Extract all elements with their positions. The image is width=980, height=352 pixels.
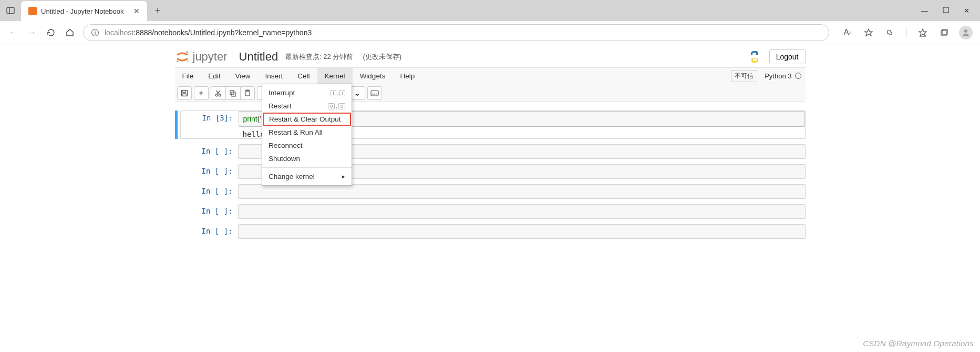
code-cell[interactable]: In [ ]: [175,204,806,219]
svg-rect-14 [183,90,185,92]
favorite-icon[interactable] [863,27,874,38]
close-icon[interactable]: ✕ [964,7,969,15]
menu-restart[interactable]: Restart 0,0 [262,99,352,113]
cell-prompt: In [ ]: [180,144,238,159]
svg-point-12 [187,61,188,62]
separator [906,27,906,38]
refresh-button[interactable] [45,27,57,38]
menu-reconnect[interactable]: Reconnect [262,139,352,152]
svg-rect-27 [376,94,377,95]
svg-line-19 [216,90,220,94]
save-button[interactable] [177,86,192,100]
tab-panel-button[interactable] [0,0,21,21]
site-info-icon[interactable] [91,28,99,37]
trust-indicator[interactable]: 不可信 [731,70,757,82]
minimize-icon[interactable]: — [921,7,928,15]
svg-rect-15 [183,94,186,96]
menu-widgets[interactable]: Widgets [353,68,393,84]
tab-close-icon[interactable]: ✕ [133,7,140,15]
menu-restart-clear-output[interactable]: Restart & Clear Output [263,113,351,126]
jupyter-logo[interactable]: jupyter [175,49,228,64]
svg-point-4 [95,31,96,32]
menu-view[interactable]: View [228,68,258,84]
menu-file[interactable]: File [175,68,201,84]
python-logo-icon [747,49,762,64]
cell-prompt: In [ ]: [180,164,238,179]
menu-shutdown[interactable]: Shutdown [262,152,352,165]
jupyter-favicon-icon [28,7,37,15]
browser-tab-strip: Untitled - Jupyter Notebook ✕ + — ✕ [0,0,980,21]
cell-input[interactable] [238,184,806,199]
menu-edit[interactable]: Edit [201,68,228,84]
home-button[interactable] [64,27,76,38]
code-cell[interactable]: In [ ]: [175,184,806,199]
menu-cell[interactable]: Cell [290,68,317,84]
menu-label: Restart [269,102,292,110]
new-tab-button[interactable]: + [147,5,168,16]
chevron-down-icon: ⌄ [354,88,360,98]
svg-rect-24 [371,90,378,96]
maximize-icon[interactable] [943,7,949,15]
notebook-title[interactable]: Untitled [239,50,278,64]
cell-prompt: In [ ]: [180,184,238,199]
unsaved-text: (更改未保存) [363,52,401,62]
svg-rect-2 [943,7,948,13]
svg-point-17 [219,94,221,96]
shortcut: 0,0 [328,103,345,109]
back-button[interactable]: ← [7,27,19,38]
menu-label: Restart & Run All [269,128,323,136]
collections-icon[interactable] [938,27,950,38]
menu-interrupt[interactable]: Interrupt I,I [262,86,352,99]
cell-input[interactable] [238,224,806,239]
notebook-header: jupyter Untitled 最新检查点: 22 分钟前 (更改未保存) L… [175,44,806,67]
menu-restart-run-all[interactable]: Restart & Run All [262,126,352,139]
kernel-dropdown-menu: Interrupt I,I Restart 0,0 Restart & Clea… [262,84,352,186]
watermark: CSDN @Raymond Operations [863,339,974,348]
kernel-indicator[interactable]: Python 3 [765,72,801,80]
svg-point-9 [964,29,967,33]
copy-button[interactable] [225,86,240,100]
browser-tab[interactable]: Untitled - Jupyter Notebook ✕ [21,1,147,21]
svg-rect-25 [372,94,374,95]
menu-change-kernel[interactable]: Change kernel ▸ [262,170,352,183]
svg-rect-26 [374,94,375,95]
jupyter-logo-icon [175,49,190,64]
svg-point-11 [177,61,178,63]
read-aloud-icon[interactable]: A» [842,27,853,38]
checkpoint-text: 最新检查点: 22 分钟前 [285,52,353,62]
svg-point-16 [215,94,218,96]
favorites-list-icon[interactable] [917,27,929,38]
tab-title: Untitled - Jupyter Notebook [41,7,124,15]
submenu-arrow-icon: ▸ [342,173,345,180]
cell-prompt: In [ ]: [180,204,238,219]
menubar: File Edit View Insert Cell Kernel Widget… [175,67,806,84]
menu-separator [262,167,352,168]
menu-kernel[interactable]: Kernel [317,68,353,84]
svg-rect-13 [181,90,187,96]
menu-insert[interactable]: Insert [258,68,291,84]
cell-input[interactable] [238,204,806,219]
extensions-icon[interactable] [884,27,895,38]
menu-label: Restart & Clear Output [269,115,341,123]
profile-avatar[interactable] [959,26,973,39]
svg-rect-5 [95,32,95,35]
forward-button[interactable]: → [26,27,38,38]
kernel-name-text: Python 3 [765,72,791,80]
url-text: localhost:8888/notebooks/Untitled.ipynb?… [105,28,312,37]
window-controls: — ✕ [921,7,980,15]
svg-point-10 [186,51,188,53]
cell-select-bar [175,110,180,139]
url-input[interactable]: localhost:8888/notebooks/Untitled.ipynb?… [83,24,829,41]
paste-button[interactable] [240,86,255,100]
logout-button[interactable]: Logout [769,49,806,64]
shortcut: I,I [331,90,345,96]
code-cell[interactable]: In [ ]: [175,224,806,239]
cut-button[interactable] [211,86,225,100]
command-palette-button[interactable] [367,86,382,100]
cell-prompt: In [3]: [181,111,239,138]
menu-label: Reconnect [269,142,303,149]
kernel-status-icon [795,73,801,79]
insert-cell-button[interactable]: + [194,86,209,100]
menu-help[interactable]: Help [393,68,422,84]
svg-rect-0 [7,7,14,14]
